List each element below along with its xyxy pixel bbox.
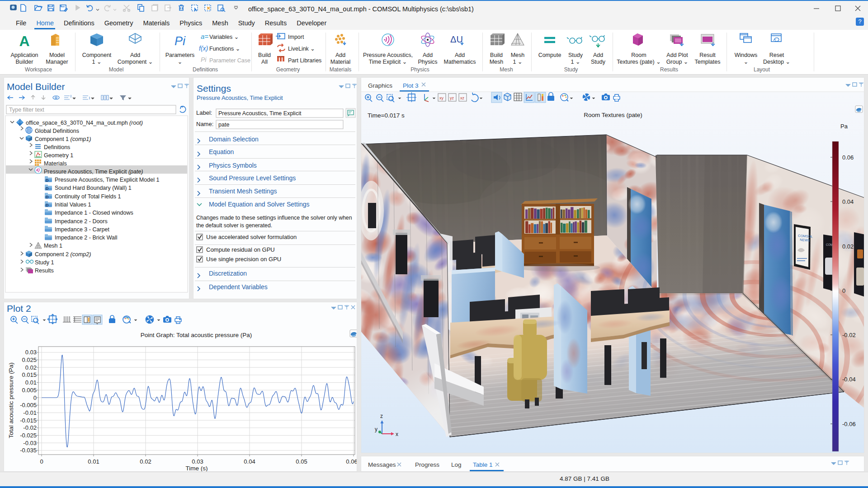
svg-text:Discretization: Discretization <box>209 270 247 277</box>
svg-text:Room: Room <box>631 52 646 58</box>
svg-text:Global Definitions: Global Definitions <box>35 128 79 134</box>
svg-text:0: 0 <box>33 394 37 401</box>
svg-text:LiveLink ⌄: LiveLink ⌄ <box>288 46 315 52</box>
svg-text:Study: Study <box>568 52 583 58</box>
svg-text:office_space_63_30T0_N4_ma_out: office_space_63_30T0_N4_ma_out.mph (root… <box>26 120 143 126</box>
svg-text:Continuity of Total Fields 1: Continuity of Total Fields 1 <box>55 193 121 200</box>
svg-text:Add: Add <box>593 52 603 58</box>
svg-text:-0.03: -0.03 <box>23 440 37 446</box>
svg-text:Pressure Acoustics, Time Expli: Pressure Acoustics, Time Explicit (pate) <box>44 169 143 175</box>
svg-text:Windows: Windows <box>735 52 758 58</box>
svg-text:0.02: 0.02 <box>140 458 151 465</box>
svg-text:Pressure Acoustics, Time Expli: Pressure Acoustics, Time Explicit <box>197 94 283 101</box>
svg-text:Table 1: Table 1 <box>473 461 493 468</box>
svg-text:Pressure Acoustics, Time Expli: Pressure Acoustics, Time Explicit <box>218 110 302 117</box>
svg-text:Dependent Variables: Dependent Variables <box>209 283 268 291</box>
svg-text:Geometry 1: Geometry 1 <box>44 152 73 159</box>
svg-text:1 ⌄: 1 ⌄ <box>571 59 580 65</box>
svg-text:xy: xy <box>439 96 444 100</box>
svg-text:a=: a= <box>201 33 208 40</box>
svg-text:Functions ⌄: Functions ⌄ <box>209 46 240 52</box>
svg-text:0.05: 0.05 <box>296 458 307 465</box>
svg-text:0.06: 0.06 <box>842 154 854 161</box>
svg-text:0.02: 0.02 <box>25 364 37 371</box>
svg-text:Pressure Acoustics, Time Expli: Pressure Acoustics, Time Explicit Model … <box>55 177 159 183</box>
svg-text:Parameters: Parameters <box>165 52 195 58</box>
svg-text:0.025: 0.025 <box>22 357 37 363</box>
svg-text:Pi: Pi <box>175 34 186 48</box>
svg-text:Results: Results <box>660 66 678 73</box>
svg-text:Model Equation and Solver Sett: Model Equation and Solver Settings <box>209 201 310 208</box>
svg-text:Impedance 2 - Brick Wall: Impedance 2 - Brick Wall <box>55 235 117 241</box>
svg-text:0.03: 0.03 <box>192 458 203 465</box>
svg-text:Variables ⌄: Variables ⌄ <box>209 34 239 40</box>
svg-text:Initial Values 1: Initial Values 1 <box>55 202 91 208</box>
svg-text:1 ⌄: 1 ⌄ <box>92 59 102 65</box>
svg-text:Impedance 3 - Carpet: Impedance 3 - Carpet <box>55 226 109 233</box>
svg-text:Time=0.017 s: Time=0.017 s <box>368 112 405 119</box>
svg-text:Templates: Templates <box>695 59 721 65</box>
svg-text:0.06: 0.06 <box>346 458 357 465</box>
svg-text:-0.015: -0.015 <box>20 417 37 424</box>
svg-text:0.04: 0.04 <box>842 198 854 205</box>
svg-text:Mesh 1: Mesh 1 <box>44 243 62 249</box>
svg-text:Add: Add <box>130 52 140 58</box>
svg-text:Add Plot: Add Plot <box>666 52 688 58</box>
svg-text:Progress: Progress <box>415 461 439 468</box>
svg-text:Desktop ⌄: Desktop ⌄ <box>763 59 790 65</box>
svg-text:the default solver is generate: the default solver is generated. <box>196 222 272 229</box>
svg-text:Physics: Physics <box>418 59 437 65</box>
svg-text:Study: Study <box>591 59 606 65</box>
svg-text:Materials: Materials <box>330 66 352 73</box>
svg-text:0.005: 0.005 <box>22 387 37 394</box>
svg-text:Time (s): Time (s) <box>186 465 208 471</box>
svg-text:Label:: Label: <box>196 109 212 116</box>
svg-text:Plot 3: Plot 3 <box>403 82 419 89</box>
svg-text:Sound Pressure Level Settings: Sound Pressure Level Settings <box>209 174 296 182</box>
svg-text:yz: yz <box>450 96 454 100</box>
svg-text:Log: Log <box>451 461 462 468</box>
svg-text:Materials: Materials <box>44 160 67 167</box>
svg-text:Results: Results <box>35 267 54 274</box>
svg-text:Add: Add <box>335 52 345 58</box>
svg-text:-0.02: -0.02 <box>23 424 37 431</box>
svg-text:Use accelerated solver formula: Use accelerated solver formulation <box>206 234 297 240</box>
svg-text:⌄: ⌄ <box>178 59 182 65</box>
svg-text:All: All <box>261 59 268 65</box>
svg-text:Definitions: Definitions <box>193 66 218 73</box>
svg-text:-0.06: -0.06 <box>842 421 856 427</box>
svg-text:Impedance 2 - Doors: Impedance 2 - Doors <box>55 218 108 225</box>
svg-text:-0.025: -0.025 <box>20 432 37 439</box>
svg-text:0.02: 0.02 <box>842 243 854 250</box>
svg-text:0.03: 0.03 <box>25 349 37 356</box>
svg-text:Geometry: Geometry <box>276 66 300 73</box>
svg-text:Group ⌄: Group ⌄ <box>666 59 689 65</box>
svg-text:Study 1: Study 1 <box>35 259 54 266</box>
svg-text:y: y <box>375 426 377 432</box>
svg-text:Pi: Pi <box>201 56 207 63</box>
svg-text:0.01: 0.01 <box>25 379 37 386</box>
svg-text:Workspace: Workspace <box>25 66 52 73</box>
svg-text:Point Graph: Total acoustic pr: Point Graph: Total acoustic pressure (Pa… <box>141 332 252 338</box>
svg-text:Build: Build <box>490 52 503 58</box>
svg-text:Plot 2: Plot 2 <box>7 303 31 314</box>
svg-text:Time Explicit ⌄: Time Explicit ⌄ <box>369 59 407 65</box>
svg-text:Mathematics: Mathematics <box>444 59 476 65</box>
svg-text:Result: Result <box>699 52 716 58</box>
svg-text:1 ⌄: 1 ⌄ <box>513 59 523 65</box>
svg-text:Study: Study <box>564 66 578 73</box>
svg-text:Model: Model <box>49 52 65 58</box>
svg-text:Mesh: Mesh <box>490 59 504 65</box>
svg-text:Graphics: Graphics <box>368 82 392 89</box>
svg-text:Component 1 (comp1): Component 1 (comp1) <box>35 136 91 142</box>
svg-text:Reset: Reset <box>769 52 784 58</box>
svg-text:Manager: Manager <box>46 59 68 65</box>
svg-text:Name:: Name: <box>196 121 213 127</box>
svg-text:Messages: Messages <box>368 461 396 468</box>
svg-text:Physics: Physics <box>410 66 429 73</box>
svg-text:Transient Mesh Settings: Transient Mesh Settings <box>209 188 277 195</box>
svg-text:-0.035: -0.035 <box>20 447 37 454</box>
svg-text:Room Textures (pate): Room Textures (pate) <box>584 112 642 118</box>
svg-text:0.015: 0.015 <box>22 371 37 378</box>
svg-text:Compute residual on GPU: Compute residual on GPU <box>206 246 275 253</box>
